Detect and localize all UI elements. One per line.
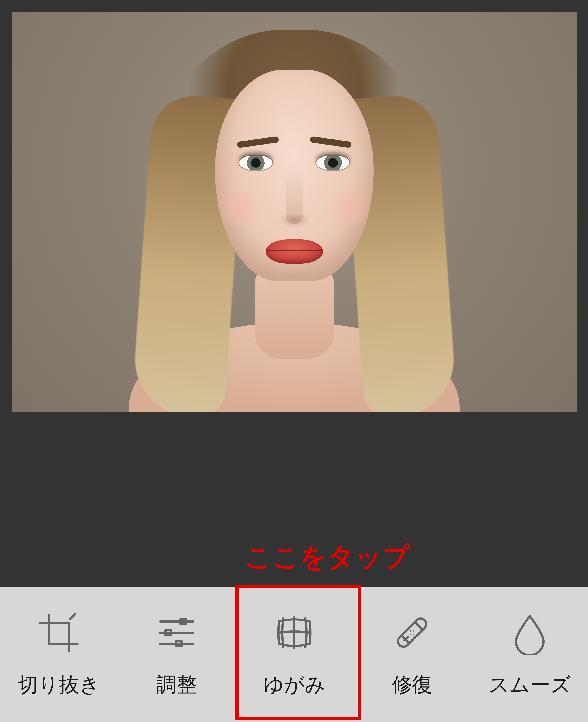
sliders-icon xyxy=(154,610,198,656)
tool-adjust[interactable]: 調整 xyxy=(118,587,235,722)
edited-photo[interactable] xyxy=(12,12,576,412)
tool-label: 調整 xyxy=(156,671,197,698)
tool-crop[interactable]: 切り抜き xyxy=(0,587,118,722)
svg-point-11 xyxy=(410,634,411,635)
svg-point-9 xyxy=(413,634,415,635)
crop-icon xyxy=(37,610,81,656)
svg-point-10 xyxy=(413,630,415,631)
bottom-toolbar: 切り抜き 調整 xyxy=(0,587,588,722)
tool-label: スムーズ xyxy=(488,671,571,698)
tool-smooth[interactable]: スムーズ xyxy=(471,587,588,722)
tool-distort[interactable]: ゆがみ xyxy=(235,587,353,722)
svg-rect-6 xyxy=(396,616,428,649)
svg-point-8 xyxy=(410,630,411,631)
tool-label: ゆがみ xyxy=(263,671,326,698)
droplet-icon xyxy=(508,610,552,656)
annotation-tap-here: ここをタップ xyxy=(245,540,410,576)
bandage-icon xyxy=(390,610,434,656)
svg-line-13 xyxy=(415,623,422,629)
tool-label: 切り抜き xyxy=(18,671,100,698)
tool-label: 修復 xyxy=(392,671,432,698)
tool-heal[interactable]: 修復 xyxy=(353,587,471,722)
warp-grid-icon xyxy=(272,610,316,656)
editor-canvas-area: ここをタップ xyxy=(0,0,588,587)
